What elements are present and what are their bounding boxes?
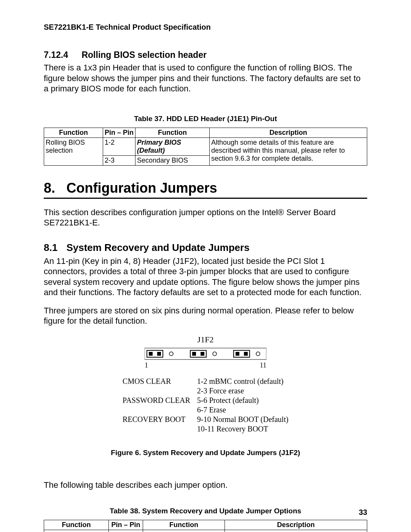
page-number: 33: [359, 508, 367, 517]
svg-rect-11: [244, 352, 248, 356]
legend-b: 6-7 Erase: [194, 406, 292, 414]
section-title: Rolling BIOS selection header: [81, 50, 206, 60]
section-7-12-4-body: There is a 1x3 pin Header that is used t…: [44, 62, 367, 94]
svg-rect-3: [157, 352, 161, 356]
th-description: Description: [210, 128, 367, 137]
pin-label-left: 1: [145, 361, 148, 369]
figure-header-label: J1F2: [44, 335, 367, 345]
pin-label-right: 11: [260, 361, 266, 369]
figure-6-caption: Figure 6. System Recovery and Update Jum…: [44, 449, 367, 457]
th-description: Description: [225, 520, 367, 530]
legend-name: PASSWORD CLEAR: [119, 396, 193, 405]
chapter-8-intro: This section describes configuration jum…: [44, 207, 367, 228]
th-pin: Pin – Pin: [109, 520, 143, 530]
section-8-1-p2: Three jumpers are stored on six pins dur…: [44, 305, 367, 326]
svg-rect-7: [201, 352, 204, 356]
td-pin: 2-3: [103, 155, 135, 165]
th-function2: Function: [135, 128, 210, 137]
chapter-title: Configuration Jumpers: [66, 180, 217, 196]
legend-b: 2-3 Force erase: [194, 387, 292, 395]
section-8-1-p1: An 11-pin (Key in pin 4, 8) Header (J1F2…: [44, 256, 367, 298]
section-number: 7.12.4: [44, 50, 80, 60]
table-header-row: Function Pin – Pin Function Description: [44, 520, 367, 530]
td-function: Rolling BIOS selection: [44, 137, 103, 165]
table-row: Rolling BIOS selection 1-2 Primary BIOS …: [44, 137, 367, 155]
svg-rect-2: [149, 352, 153, 356]
legend-a: 9-10 Normal BOOT (Default): [194, 415, 292, 424]
table-38-caption: Table 38. System Recovery and Update Jum…: [44, 507, 367, 515]
chapter-number: 8.: [44, 180, 65, 196]
td-pin: 1-2: [103, 137, 135, 155]
section-7-12-4-heading: 7.12.4 Rolling BIOS selection header: [44, 50, 367, 60]
svg-point-8: [213, 352, 217, 356]
td-pin: 1-2: [109, 530, 143, 532]
td-function: CMOS CLEAR: [44, 530, 109, 532]
legend-name: RECOVERY BOOT: [119, 415, 193, 424]
td-description: These three pins are connected to GPIs o…: [225, 530, 367, 532]
legend-b: 10-11 Recovery BOOT: [194, 425, 292, 433]
table-header-row: Function Pin – Pin Function Description: [44, 128, 367, 137]
legend-a: 1-2 mBMC control (default): [194, 377, 292, 386]
figure-6: J1F2 1 11 CMOS CLEAR 1-2: [44, 335, 367, 457]
svg-rect-6: [192, 352, 196, 356]
section-number: 8.1: [44, 242, 65, 254]
jumper-diagram: [145, 346, 266, 361]
table-37: Function Pin – Pin Function Description …: [44, 128, 367, 166]
td-function2: MBMC control: [143, 530, 225, 532]
td-function2: Secondary BIOS: [135, 155, 210, 165]
table-38: Function Pin – Pin Function Description …: [44, 520, 367, 532]
table-37-caption: Table 37. HDD LED Header (J1E1) Pin-Out: [44, 115, 367, 123]
legend-a: 5-6 Protect (default): [194, 396, 292, 405]
figure-legend: CMOS CLEAR 1-2 mBMC control (default) 2-…: [119, 376, 292, 434]
section-title: System Recovery and Update Jumpers: [66, 242, 249, 254]
th-function: Function: [44, 520, 109, 530]
svg-point-4: [169, 352, 173, 356]
running-header: SE7221BK1-E Technical Product Specificat…: [44, 23, 367, 32]
table-row: CMOS CLEAR 1-2 MBMC control These three …: [44, 530, 367, 532]
td-description: Although some details of this feature ar…: [210, 137, 367, 165]
section-8-1-heading: 8.1 System Recovery and Update Jumpers: [44, 242, 367, 254]
th-function2: Function: [143, 520, 225, 530]
svg-point-12: [256, 352, 260, 356]
svg-rect-10: [236, 352, 239, 356]
td-function2: Primary BIOS (Default): [135, 137, 210, 155]
chapter-8-heading: 8. Configuration Jumpers: [44, 180, 367, 199]
th-pin: Pin – Pin: [103, 128, 135, 137]
th-function: Function: [44, 128, 103, 137]
legend-name: CMOS CLEAR: [119, 377, 193, 386]
follow-text: The following table describes each jumpe…: [44, 480, 367, 490]
page: SE7221BK1-E Technical Product Specificat…: [0, 0, 411, 532]
